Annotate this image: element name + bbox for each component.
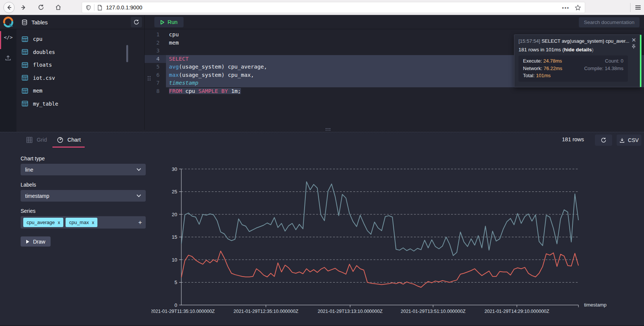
add-series-button[interactable]: + bbox=[138, 219, 142, 226]
svg-text:30: 30 bbox=[172, 166, 177, 172]
active-tab-indicator bbox=[0, 31, 1, 49]
row-count: 181 rows bbox=[562, 136, 584, 142]
line-number: 8 bbox=[145, 87, 166, 96]
import-upload-icon[interactable] bbox=[4, 54, 12, 61]
grid-tab-label: Grid bbox=[37, 137, 47, 143]
svg-text:0: 0 bbox=[175, 302, 177, 308]
line-number: 1 bbox=[145, 31, 166, 39]
execute-value: 24.78ms bbox=[543, 58, 562, 64]
table-item-floats[interactable]: floats bbox=[16, 58, 144, 72]
chip-remove-icon[interactable]: x bbox=[92, 220, 94, 225]
browser-url-bar[interactable]: 127.0.0.1:9000 ••• bbox=[82, 2, 585, 13]
grid-icon bbox=[26, 137, 33, 143]
line-chart: 0510152025302021-01-29T11:35:10.000000Z2… bbox=[151, 164, 631, 325]
bookmark-star-icon[interactable] bbox=[575, 4, 581, 11]
network-value: 76.22ms bbox=[544, 66, 562, 71]
svg-text:25: 25 bbox=[172, 189, 177, 194]
sql-editor-icon[interactable]: </> bbox=[0, 34, 16, 40]
total-value: 101ms bbox=[536, 73, 551, 78]
count-value: Count: 0 bbox=[584, 58, 623, 64]
tables-panel-title: Tables bbox=[31, 19, 48, 25]
chart-type-label: Chart type bbox=[21, 156, 45, 162]
refresh-results-button[interactable] bbox=[595, 135, 612, 146]
series-chip-cpu_average[interactable]: cpu_averagex bbox=[23, 218, 63, 227]
compile-value: Compile: 14.38ms bbox=[584, 66, 623, 71]
timing-right-column: Count: 0 Compile: 14.38ms bbox=[584, 58, 623, 82]
table-icon bbox=[22, 100, 28, 107]
results-panel: Grid Chart 181 rows CSV Chart type lin bbox=[0, 132, 644, 325]
table-name: my_table bbox=[33, 101, 58, 107]
timing-left-column: Execute: 24.78ms Network: 76.22ms Total:… bbox=[523, 58, 562, 82]
series-input[interactable]: cpu_averagexcpu_maxx+ bbox=[21, 216, 146, 229]
execute-label: Execute: bbox=[523, 58, 542, 64]
url-divider bbox=[94, 4, 94, 11]
browser-forward-button[interactable] bbox=[18, 1, 30, 13]
play-icon bbox=[160, 20, 164, 25]
chart-type-value: line bbox=[25, 167, 33, 173]
table-name: mem bbox=[33, 88, 42, 94]
chip-remove-icon[interactable]: x bbox=[58, 220, 60, 225]
search-documentation-label: Search documentation bbox=[584, 19, 634, 25]
browser-menu-icon[interactable] bbox=[635, 4, 641, 11]
table-item-mem[interactable]: mem bbox=[16, 84, 144, 97]
pin-icon[interactable] bbox=[632, 44, 636, 49]
svg-text:timestamp: timestamp bbox=[584, 302, 607, 308]
chevron-down-icon bbox=[136, 168, 141, 171]
svg-text:5: 5 bbox=[175, 280, 177, 285]
svg-text:2021-01-29T14:29:10.000000Z: 2021-01-29T14:29:10.000000Z bbox=[484, 309, 549, 314]
run-query-button[interactable]: Run bbox=[154, 17, 184, 27]
search-documentation-button[interactable]: Search documentation bbox=[579, 17, 640, 27]
browser-back-button[interactable] bbox=[3, 2, 15, 13]
svg-text:2021-01-29T12:35:10.000000Z: 2021-01-29T12:35:10.000000Z bbox=[233, 309, 298, 314]
labels-select[interactable]: timestamp bbox=[21, 190, 146, 202]
table-icon bbox=[22, 62, 28, 68]
notification-timestamp: [15:57:54] bbox=[518, 38, 540, 44]
table-item-my_table[interactable]: my_table bbox=[16, 97, 144, 111]
draw-button[interactable]: Draw bbox=[21, 236, 51, 247]
chart-type-select[interactable]: line bbox=[21, 164, 146, 175]
table-icon bbox=[22, 88, 28, 94]
download-icon bbox=[619, 138, 625, 143]
series-chip-cpu_max[interactable]: cpu_maxx bbox=[66, 218, 97, 227]
query-notification-popup: [15:57:54] SELECT avg(usage_system) cpu_… bbox=[514, 34, 642, 87]
table-name: cpu bbox=[33, 36, 42, 42]
table-item-doubles[interactable]: doubles bbox=[16, 46, 144, 59]
chip-label: cpu_average bbox=[27, 220, 55, 225]
url-text: 127.0.0.1:9000 bbox=[106, 4, 142, 10]
shield-icon[interactable] bbox=[86, 5, 91, 10]
page-icon[interactable] bbox=[97, 5, 102, 10]
table-item-iot.csv[interactable]: iot.csv bbox=[16, 72, 144, 85]
code-text: FROM cpu SAMPLE BY 1m; bbox=[166, 87, 644, 96]
table-item-cpu[interactable]: cpu bbox=[16, 33, 144, 46]
table-name: iot.csv bbox=[33, 75, 55, 81]
refresh-tables-button[interactable] bbox=[131, 17, 142, 27]
line-number: 2 bbox=[145, 39, 166, 47]
tab-grid[interactable]: Grid bbox=[26, 132, 47, 147]
table-icon bbox=[22, 75, 28, 81]
browser-reload-button[interactable] bbox=[35, 1, 47, 13]
questdb-console-screenshot: 127.0.0.1:9000 ••• </> bbox=[0, 0, 644, 326]
line-number: 5 bbox=[145, 63, 166, 71]
csv-button-label: CSV bbox=[628, 137, 639, 143]
questdb-logo[interactable] bbox=[3, 16, 14, 28]
labels-label: Labels bbox=[21, 182, 36, 188]
sidebar-scrollbar[interactable] bbox=[126, 45, 128, 62]
tab-chart[interactable]: Chart bbox=[57, 132, 81, 147]
hide-details-link[interactable]: hide details bbox=[564, 47, 592, 52]
tables-sidebar: cpudoublesfloatsiot.csvmemmy_table bbox=[16, 29, 145, 130]
svg-text:20: 20 bbox=[172, 212, 177, 217]
browser-home-button[interactable] bbox=[52, 1, 64, 13]
pie-chart-icon bbox=[57, 137, 63, 143]
download-csv-button[interactable]: CSV bbox=[617, 135, 641, 146]
close-icon[interactable]: ✕ bbox=[631, 37, 636, 43]
questdb-console: </> Tables bbox=[0, 15, 644, 326]
editor-line-8[interactable]: 8FROM cpu SAMPLE BY 1m; bbox=[145, 87, 644, 96]
panel-drag-handle-horizontal[interactable] bbox=[326, 128, 330, 131]
table-name: doubles bbox=[33, 49, 55, 55]
notification-summary: 181 rows in 101ms (hide details) bbox=[518, 47, 593, 52]
notification-query-text: SELECT avg(usage_system) cpu_aver... bbox=[540, 38, 629, 44]
panel-drag-handle-vertical[interactable] bbox=[148, 76, 151, 81]
query-timing-details: Execute: 24.78ms Network: 76.22ms Total:… bbox=[518, 55, 628, 82]
page-actions-icon[interactable]: ••• bbox=[562, 5, 569, 10]
chevron-down-icon bbox=[136, 194, 141, 197]
